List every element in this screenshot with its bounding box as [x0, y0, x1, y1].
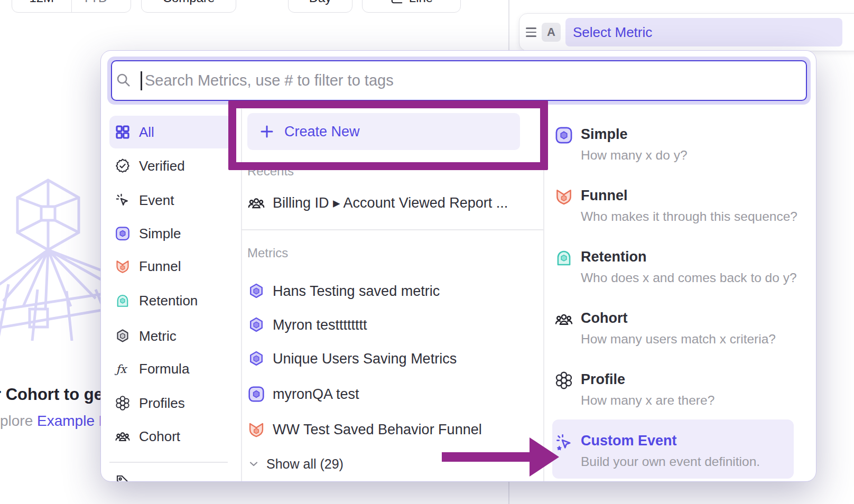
chevron-down-icon	[247, 458, 260, 470]
simple-icon	[115, 226, 131, 241]
select-metric-label: Select Metric	[573, 24, 652, 41]
metric-item-label: Myron testttttttt	[273, 317, 367, 333]
simple-icon	[554, 126, 573, 145]
tag-icon	[115, 473, 131, 482]
compare-label: Compare	[163, 0, 215, 5]
saved-metric-hexagon-icon	[247, 350, 265, 368]
sidebar-label: Cohort	[139, 428, 180, 445]
sidebar-label: Funnel	[139, 258, 181, 275]
chart-type-line-button[interactable]: Line	[362, 0, 461, 13]
metric-type-funnel[interactable]: Funnel Who makes it through this sequenc…	[554, 187, 793, 235]
cohort-icon	[554, 310, 573, 329]
metric-type-profile[interactable]: Profile How many x are there?	[554, 371, 793, 418]
line-chart-icon	[390, 0, 404, 5]
formula-icon: ƒx	[115, 361, 131, 377]
cohort-icon	[115, 428, 131, 444]
recents-header: Recents	[247, 164, 294, 179]
select-metric-pill[interactable]: Select Metric	[565, 18, 842, 46]
granularity-day-button[interactable]: Day	[288, 0, 352, 13]
sidebar-label: Profiles	[139, 395, 185, 412]
drag-handle-icon[interactable]	[526, 27, 536, 37]
metric-item-label: WW Test Saved Behavior Funnel	[273, 422, 482, 438]
retention-icon	[115, 293, 131, 309]
funnel-icon	[115, 258, 131, 274]
metric-type-title: Retention	[581, 249, 647, 265]
sidebar-bottom-divider	[109, 462, 228, 463]
sidebar-item-all[interactable]: All	[109, 116, 233, 148]
show-all-button[interactable]: Show all (29)	[247, 452, 459, 475]
sidebar-item-formula[interactable]: ƒx Formula	[109, 352, 233, 385]
sidebar-item-simple[interactable]: Simple	[109, 217, 233, 250]
metric-slot-card: A Select Metric	[519, 13, 854, 51]
sidebar-item-retention[interactable]: Retention	[109, 284, 233, 317]
time-range-ytd-label: YTD	[82, 0, 107, 5]
metric-list-item[interactable]: Myron testttttttt	[247, 310, 533, 340]
sidebar-item-metric[interactable]: Metric	[109, 320, 233, 352]
metric-type-description: Who does x and comes back to do y?	[581, 270, 797, 285]
time-range-segmented-control: 12M YTD	[12, 0, 131, 13]
empty-state-subtext: plore Example R	[0, 413, 109, 430]
metric-type-retention[interactable]: Retention Who does x and comes back to d…	[554, 248, 793, 296]
search-icon	[115, 72, 131, 88]
custom-event-icon	[554, 432, 573, 451]
profiles-icon	[115, 395, 131, 411]
sidebar-item-funnel[interactable]: Funnel	[109, 250, 233, 283]
recent-item-label: Billing ID ▸ Account Viewed Report ...	[273, 194, 508, 211]
metrics-header: Metrics	[247, 246, 288, 260]
sidebar-item-verified[interactable]: Verified	[109, 150, 233, 182]
compare-button[interactable]: Compare	[141, 0, 236, 13]
metric-type-description: How many x do y?	[581, 148, 688, 163]
metric-type-description: Build your own event definition.	[581, 454, 760, 469]
funnel-icon	[247, 421, 265, 438]
event-cursor-icon	[115, 192, 131, 208]
search-input[interactable]	[111, 60, 807, 101]
app-window: r Cohort to ge plore Example R 12M YTD C…	[0, 0, 854, 504]
sidebar-divider	[241, 109, 242, 482]
time-range-ytd-button[interactable]: YTD	[72, 0, 131, 12]
empty-state-heading-fragment: r Cohort to ge	[0, 385, 103, 404]
metric-list-item[interactable]: myronQA test	[247, 379, 533, 409]
metric-type-description: How many users match x criteria?	[581, 332, 776, 347]
sidebar-label: Metric	[139, 328, 177, 344]
chevron-down-icon	[110, 0, 120, 3]
metric-list-item[interactable]: Unique Users Saving Metrics	[247, 344, 533, 374]
sidebar-label: Simple	[139, 226, 181, 242]
time-range-12m-label: 12M	[29, 0, 54, 5]
metric-item-label: Hans Testing saved metric	[273, 283, 440, 300]
sidebar-item-profiles[interactable]: Profiles	[109, 387, 233, 419]
saved-metric-hexagon-icon	[247, 282, 265, 300]
example-reports-link[interactable]: Example R	[37, 413, 109, 429]
recent-item[interactable]: Billing ID ▸ Account Viewed Report ...	[247, 188, 533, 218]
retention-icon	[554, 248, 573, 267]
metric-type-simple[interactable]: Simple How many x do y?	[554, 126, 793, 173]
text-cursor	[141, 71, 142, 90]
sidebar-item-event[interactable]: Event	[109, 184, 233, 217]
metric-type-title: Cohort	[581, 310, 627, 326]
saved-metric-hexagon-icon	[247, 316, 265, 334]
create-new-label: Create New	[284, 124, 360, 140]
metric-picker-modal: All Verified Event Simple Funnel Retenti…	[100, 50, 816, 482]
metric-type-title: Profile	[581, 371, 625, 388]
metric-type-title: Custom Event	[581, 433, 677, 449]
svg-text:ƒx: ƒx	[115, 362, 128, 376]
metric-item-label: Unique Users Saving Metrics	[273, 351, 457, 367]
metric-type-description: How many x are there?	[581, 393, 714, 408]
show-all-label: Show all (29)	[266, 456, 344, 472]
metric-item-label: myronQA test	[273, 386, 359, 403]
metric-type-custom-event[interactable]: Custom Event Build your own event defini…	[554, 432, 793, 480]
metric-list-item[interactable]: Hans Testing saved metric	[247, 276, 533, 306]
sidebar-item-cohort[interactable]: Cohort	[109, 420, 233, 453]
metric-type-cohort[interactable]: Cohort How many users match x criteria?	[554, 310, 793, 357]
funnel-icon	[554, 187, 573, 206]
sidebar-label: Retention	[139, 293, 198, 309]
metric-hexagon-icon	[115, 328, 131, 344]
recents-divider	[241, 229, 543, 230]
time-range-12m-button[interactable]: 12M	[12, 0, 72, 12]
create-new-button[interactable]: Create New	[247, 113, 520, 150]
sidebar-label: Formula	[139, 361, 189, 377]
subtext-fragment: plore	[0, 413, 37, 429]
metric-list-item[interactable]: WW Test Saved Behavior Funnel	[247, 415, 533, 444]
sidebar-label: Verified	[139, 158, 185, 174]
metric-type-title: Simple	[581, 126, 628, 143]
cohort-icon	[247, 194, 265, 212]
